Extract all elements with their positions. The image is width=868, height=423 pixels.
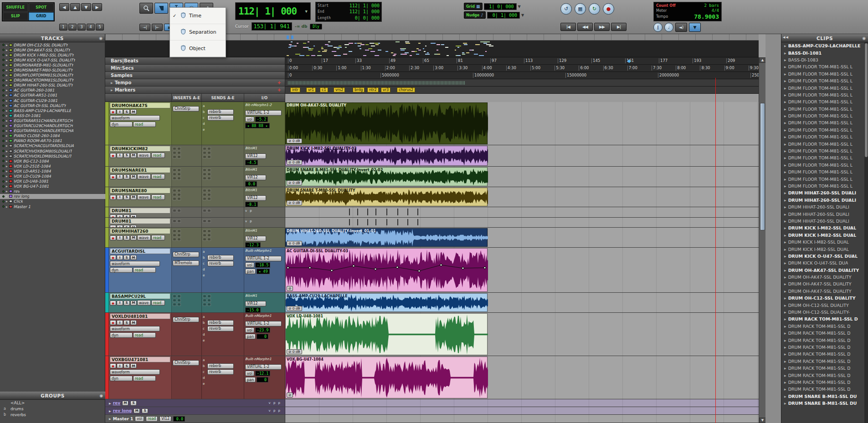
clip-expander-icon[interactable]: ▶ <box>784 290 786 293</box>
clip-expander-icon[interactable]: ▶ <box>784 87 786 90</box>
track-list-item[interactable]: ▶rev long <box>0 194 105 199</box>
track-shown-dot[interactable] <box>2 49 5 51</box>
send-slot[interactable]: reverb <box>207 115 234 121</box>
volume-display[interactable]: -18.5 <box>255 262 271 268</box>
ruler-markers[interactable]: ▶Markers+ intrvr1c1vrs2brdgntr2vr3chorus… <box>105 87 759 94</box>
expander-icon[interactable]: ▶ <box>6 119 8 122</box>
mute-button[interactable]: M <box>130 301 137 306</box>
insert-slot[interactable] <box>173 168 176 172</box>
automation-mode-selector[interactable]: read <box>133 122 156 127</box>
record-enable-button[interactable]: ● <box>110 235 116 240</box>
clip-expander-icon[interactable]: ▶ <box>784 296 786 300</box>
track-lane[interactable] <box>285 407 759 414</box>
expander-icon[interactable]: ▶ <box>6 129 8 132</box>
panel-splitter[interactable] <box>765 34 781 423</box>
clip-list-item[interactable]: ▶DRUM FLOOR TOM-M81-SSL L <box>781 140 865 147</box>
clip-list-item[interactable]: ▶DRUM KICK O-U47-SSL DUAL <box>781 253 865 260</box>
mute-button[interactable]: M <box>130 235 137 240</box>
clip-expander-icon[interactable]: ▶ <box>784 178 786 181</box>
send-slot[interactable] <box>207 197 211 200</box>
insert-slot[interactable] <box>173 238 176 241</box>
record-enable-button[interactable]: ● <box>110 214 116 217</box>
track-lane[interactable]: AC GUITAR-DI-SSL DUALITY-03⊘ <box>285 248 759 292</box>
audio-clip[interactable]: DRUM HIHAT-260-SSL DUALITY-Invert_01-01⊘… <box>285 228 488 247</box>
ruler-tempo[interactable]: ▶Tempo+ <box>105 79 759 87</box>
clip-expander-icon[interactable]: ▶ <box>784 325 786 328</box>
insert-slot[interactable]: ChnlStrp <box>173 106 199 112</box>
track-list-item[interactable]: ▶DRUM OH-AK47-SSL DUALITY <box>0 47 105 52</box>
clip-expander-icon[interactable]: ▶ <box>784 331 786 335</box>
insert-slot[interactable] <box>177 193 181 196</box>
track-shown-dot[interactable] <box>2 59 5 61</box>
insert-slot[interactable] <box>177 295 181 298</box>
automation-mode-selector[interactable]: read <box>151 300 165 306</box>
ruler-label-minsec[interactable]: Min:Secs <box>105 65 285 72</box>
track-shown-dot[interactable] <box>2 114 5 117</box>
track-view-selector[interactable]: wave <box>137 153 151 158</box>
dyn-selector[interactable]: dyn <box>110 267 133 273</box>
track-view-selector[interactable]: wave <box>137 194 151 200</box>
output-path-selector[interactable]: VIRTUAL 1-2 <box>245 256 282 261</box>
go-to-end-button[interactable]: ▶| <box>611 23 627 31</box>
track-shown-dot[interactable] <box>2 69 5 71</box>
insert-slot[interactable] <box>173 295 176 298</box>
automation-mode-selector[interactable]: read <box>151 194 165 200</box>
clip-list-item[interactable]: ▶DRUM SNARE B-M81-SSL DU <box>781 393 865 400</box>
solo-button[interactable]: S <box>123 174 130 179</box>
solo-button[interactable]: S <box>123 214 130 217</box>
output-monitor-button[interactable]: ◄) <box>675 23 687 32</box>
track-list-item[interactable]: ▶SCRATCHCHACGUITARDISLDUA <box>0 143 105 148</box>
clip-list-item[interactable]: ▶DRUM FLOOR TOM-M81-SSL L <box>781 133 865 140</box>
track-list-item[interactable]: ▶DRUM KICK O-U47-SSL DUALITY <box>0 57 105 62</box>
expander-icon[interactable]: ▶ <box>6 170 8 173</box>
expander-icon[interactable]: ▶ <box>6 59 8 61</box>
input-monitor-button[interactable]: I <box>117 174 123 179</box>
send-slot[interactable]: reberb <box>207 320 234 326</box>
clip-list-item[interactable]: ▶DRUM RACK TOM-M81-SSL D <box>781 323 865 330</box>
clip-expander-icon[interactable]: ▶ <box>784 275 786 279</box>
volume-label[interactable]: vol <box>245 371 254 376</box>
output-path-selector[interactable]: VIRTUAL 1-2 <box>245 110 282 116</box>
send-slot[interactable] <box>207 151 211 154</box>
audio-clip[interactable]: AC GUITAR-DI-SSL DUALITY-03⊘ <box>285 248 488 292</box>
automation-mode-selector[interactable]: read <box>133 376 156 381</box>
track-expander-icon[interactable]: ▶ <box>109 409 111 413</box>
track-lane[interactable] <box>285 218 759 227</box>
output-path-selector[interactable]: VIR12 <box>245 175 266 180</box>
grid-value[interactable]: 1| 0| 000 <box>484 3 517 10</box>
insert-slot[interactable] <box>173 193 176 196</box>
expander-icon[interactable]: ▶ <box>6 89 8 92</box>
clip-expander-icon[interactable]: ▶ <box>784 128 786 132</box>
ruler-label-markers[interactable]: ▶Markers+ <box>105 87 285 94</box>
send-slot[interactable] <box>207 168 211 172</box>
send-slot[interactable] <box>207 155 211 158</box>
clip-expander-icon[interactable]: ▶ <box>784 72 786 76</box>
insert-slot[interactable] <box>177 303 181 306</box>
tab-to-transient-button[interactable]: →| <box>139 24 150 31</box>
marker-chip[interactable]: vr1 <box>306 87 316 92</box>
delay-indicator[interactable]: Dly <box>310 24 322 30</box>
clip-list-item[interactable]: ▶DRUM RACK TOM-M81-SSL D <box>781 330 865 336</box>
output-path-selector[interactable]: VIR12 <box>245 236 266 241</box>
marker-chip[interactable]: c1 <box>320 87 328 92</box>
clip-list-item[interactable]: ▶DRUM SNARE B-M81-SSL DU <box>781 400 865 407</box>
send-slot[interactable] <box>207 173 211 176</box>
track-shown-dot[interactable] <box>2 44 5 46</box>
clip-list-item[interactable]: ▶DRUM KICK I-M82-SSL DUAL <box>781 239 865 245</box>
expander-icon[interactable]: ▶ <box>6 139 8 142</box>
solo-button[interactable]: S <box>123 301 130 306</box>
track-list-item[interactable]: ▶DRUMFLORTOMM81SLDUALITY <box>0 73 105 78</box>
volume-selector[interactable]: vol <box>135 416 144 422</box>
clip-list-item[interactable]: ▶DRUM FLOOR TOM-M81-SSL L <box>781 148 865 154</box>
track-list-item[interactable]: ▶Click <box>0 199 105 204</box>
send-slot[interactable] <box>203 155 206 158</box>
record-enable-button[interactable]: ● <box>110 225 116 227</box>
solo-button[interactable]: S <box>130 401 137 406</box>
send-slot[interactable] <box>203 299 206 302</box>
track-expander-icon[interactable]: ▶ <box>109 402 111 405</box>
clip-list-item[interactable]: ▶DRUM HIHAT-260-SSL DUALI <box>781 197 865 204</box>
end-value[interactable]: 112| 1| 000 <box>349 9 380 14</box>
clip-list-item[interactable]: ▶BASS-DI-1081 <box>781 49 865 56</box>
send-slot[interactable] <box>203 147 206 150</box>
send-slot[interactable]: reberb <box>207 109 234 115</box>
